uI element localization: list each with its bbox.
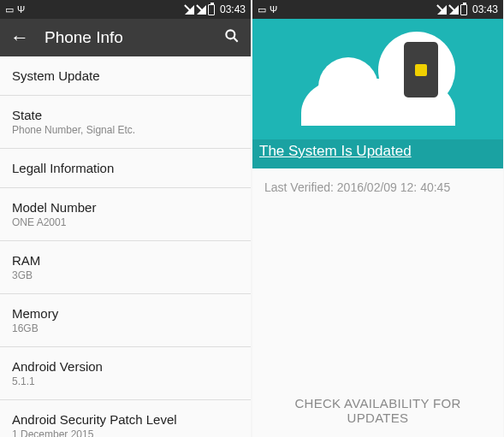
svg-line-1	[234, 38, 238, 42]
sim-icon: ▭	[258, 4, 266, 15]
item-title: Legall Information	[12, 161, 239, 175]
check-updates-button[interactable]: CHECK AVAILABILITY FOR UPDATES	[252, 384, 503, 437]
list-item-memory[interactable]: Memory 16GB	[0, 294, 251, 347]
battery-icon	[460, 4, 467, 15]
list-item-legal[interactable]: Legall Information	[0, 149, 251, 188]
signal-2-icon	[196, 4, 206, 15]
item-sub: 3GB	[12, 269, 239, 281]
phone-info-screen: ▭ Ψ 03:43 ← Phone Info System Update Sta…	[0, 0, 251, 437]
back-icon[interactable]: ←	[10, 27, 29, 49]
usb-icon: Ψ	[17, 4, 25, 15]
status-time: 03:43	[472, 3, 498, 15]
signal-1-icon	[436, 4, 447, 15]
item-sub: 5.1.1	[12, 375, 239, 387]
svg-point-0	[226, 30, 234, 38]
status-bar: ▭ Ψ 03:43	[252, 0, 503, 19]
item-title: Android Version	[12, 359, 239, 374]
cloud-phone-icon	[276, 32, 481, 126]
item-title: Memory	[12, 306, 239, 321]
item-title: State	[12, 108, 239, 122]
item-sub: ONE A2001	[12, 216, 239, 228]
item-title: RAM	[12, 253, 239, 268]
signal-2-icon	[448, 4, 459, 15]
search-icon[interactable]	[223, 27, 240, 49]
update-status-text: The System Is Updated	[252, 139, 503, 168]
item-title: System Update	[12, 68, 239, 83]
system-update-screen: ▭ Ψ 03:43 The System Is Updated Last Ver…	[252, 0, 503, 437]
signal-1-icon	[184, 4, 194, 15]
list-item-model[interactable]: Model Number ONE A2001	[0, 188, 251, 241]
status-time: 03:43	[220, 3, 246, 15]
item-sub: 1 December 2015	[12, 428, 239, 437]
usb-icon: Ψ	[270, 4, 277, 15]
list-item-ram[interactable]: RAM 3GB	[0, 241, 251, 294]
update-hero: The System Is Updated	[252, 19, 503, 168]
item-title: Android Security Patch Level	[12, 412, 239, 427]
battery-icon	[208, 4, 215, 15]
info-list: System Update State Phone Number, Signal…	[0, 56, 251, 437]
item-sub: 16GB	[12, 322, 239, 334]
list-item-state[interactable]: State Phone Number, Signal Etc.	[0, 96, 251, 149]
last-verified-text: Last Verified: 2016/02/09 12: 40:45	[252, 168, 503, 206]
list-item-android-version[interactable]: Android Version 5.1.1	[0, 347, 251, 400]
list-item-system-update[interactable]: System Update	[0, 56, 251, 96]
app-bar: ← Phone Info	[0, 19, 251, 56]
item-title: Model Number	[12, 200, 239, 215]
status-bar: ▭ Ψ 03:43	[0, 0, 251, 19]
item-sub: Phone Number, Signal Etc.	[12, 124, 239, 136]
list-item-security-patch[interactable]: Android Security Patch Level 1 December …	[0, 400, 251, 437]
app-bar-title: Phone Info	[44, 28, 223, 47]
sim-icon: ▭	[5, 4, 14, 15]
